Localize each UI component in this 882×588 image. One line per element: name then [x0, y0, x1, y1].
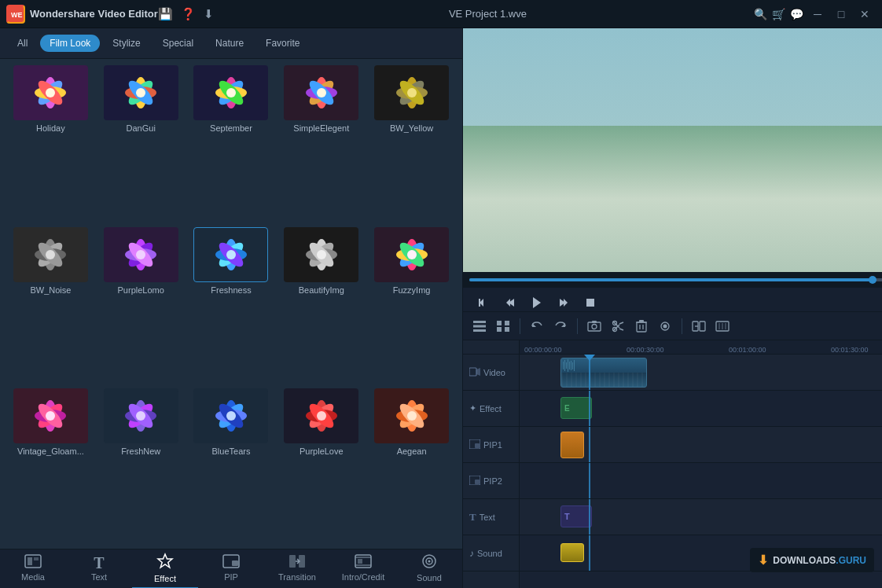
filter-bwnoise-label: BW_Noise [9, 285, 92, 295]
video-clip-1[interactable] [560, 358, 647, 388]
filter-purplelomo[interactable]: PurpleLomo [97, 224, 186, 384]
undo-button[interactable] [527, 316, 547, 336]
tab-favorite[interactable]: Favorite [256, 35, 309, 52]
app-logo: WE Wondershare Video Editor [6, 5, 158, 24]
maximize-button[interactable]: □ [830, 3, 852, 25]
track-labels: Video ✦ Effect PIP1 [463, 340, 520, 588]
svg-point-107 [638, 251, 699, 272]
ruler-mark-0: 00:00:00:00 [523, 346, 625, 354]
redo-button[interactable] [550, 316, 571, 336]
filter-freshness[interactable]: Freshness [187, 224, 276, 384]
snapshot-button[interactable] [584, 316, 605, 336]
filter-freshness-label: Freshness [190, 285, 273, 295]
filter-holiday[interactable]: Holiday [6, 62, 95, 222]
layout-grid-button[interactable] [493, 316, 513, 336]
filter-simpleelegent-label: SimpleElegent [280, 123, 362, 133]
filter-september[interactable]: September [187, 62, 276, 222]
play-button[interactable] [526, 292, 548, 311]
tool-pip[interactable]: PIP [198, 549, 264, 589]
close-button[interactable]: ✕ [854, 3, 876, 25]
svg-rect-86 [358, 559, 362, 564]
svg-point-99 [827, 187, 882, 236]
pip2-track-icon [469, 476, 480, 487]
svg-point-11 [136, 88, 145, 97]
delete-button[interactable] [631, 316, 652, 336]
tool-intro-credit[interactable]: Intro/Credit [330, 549, 396, 589]
tool-media[interactable]: Media [0, 549, 66, 589]
tool-transition-label: Transition [278, 572, 316, 582]
filter-bwnoise[interactable]: BW_Noise [6, 224, 95, 384]
svg-rect-124 [497, 321, 502, 325]
filter-freshnew[interactable]: FreshNew [97, 385, 186, 546]
sound-label: Sound [477, 549, 502, 558]
tracks-body[interactable]: E [520, 355, 882, 588]
effect-clip-1[interactable]: E [560, 397, 592, 419]
tab-all[interactable]: All [8, 35, 37, 52]
svg-point-36 [136, 250, 145, 259]
effect-icon [156, 553, 174, 572]
track-label-pip2: PIP2 [463, 463, 519, 499]
help-icon[interactable]: ❓ [181, 7, 196, 21]
tool-effect[interactable]: Effect [132, 549, 198, 589]
cart-icon[interactable]: 🛒 [772, 8, 785, 20]
filter-vintage-gloam[interactable]: Vintage_Gloam... [6, 385, 95, 546]
left-panel: All Film Look Stylize Special Nature Fav… [0, 28, 463, 588]
pip1-clip-1[interactable] [560, 432, 584, 458]
tab-stylize[interactable]: Stylize [103, 35, 149, 52]
tab-nature[interactable]: Nature [206, 35, 253, 52]
download-icon[interactable]: ⬇ [204, 7, 214, 21]
cut-button[interactable] [608, 316, 628, 336]
transition-icon [288, 554, 306, 571]
time-ruler: 00:00:00:00 00:00:30:00 00:01:00:00 00:0… [520, 340, 882, 355]
svg-rect-148 [475, 480, 480, 484]
svg-marker-115 [564, 299, 568, 307]
filter-beautifyimg[interactable]: BeautifyImg [277, 224, 366, 384]
search-icon[interactable]: 🔍 [754, 8, 767, 20]
pip1-track-icon [469, 439, 480, 450]
split-audio-button[interactable] [712, 316, 733, 336]
record-button[interactable] [655, 316, 675, 336]
svg-point-6 [46, 88, 55, 97]
filter-dangui-label: DanGui [100, 123, 182, 133]
tracks-inner: E [520, 355, 882, 571]
rewind-button[interactable] [472, 292, 494, 311]
svg-point-31 [46, 250, 55, 259]
sound-clip-1[interactable] [560, 543, 584, 562]
progress-thumb [869, 276, 876, 284]
tool-transition[interactable]: Transition [264, 549, 330, 589]
svg-point-61 [136, 411, 145, 421]
filter-bluetears[interactable]: BlueTears [187, 385, 276, 546]
titlebar: WE Wondershare Video Editor 💾 ❓ ⬇ VE Pro… [0, 0, 882, 28]
stop-button[interactable] [579, 292, 601, 311]
save-icon[interactable]: 💾 [158, 7, 173, 21]
svg-rect-130 [588, 322, 601, 331]
layout-list-button[interactable] [469, 316, 490, 336]
filter-grid-container: Holiday [0, 59, 462, 549]
track-label-effect: ✦ Effect [463, 391, 519, 427]
playback-controls [463, 288, 882, 311]
filter-dangui[interactable]: DanGui [97, 62, 186, 222]
prev-frame-button[interactable] [499, 292, 521, 311]
filter-fuzzyimg[interactable]: FuzzyImg [367, 224, 456, 384]
filter-bwyellow[interactable]: BW_Yellow [367, 62, 456, 222]
svg-point-101 [730, 214, 813, 251]
svg-rect-125 [505, 321, 509, 325]
tool-text[interactable]: T Text [66, 549, 132, 589]
svg-rect-132 [592, 321, 597, 323]
text-clip-1[interactable]: T [560, 505, 592, 527]
filter-fuzzyimg-label: FuzzyImg [370, 285, 453, 295]
filter-aegean[interactable]: Aegean [367, 385, 456, 546]
tool-sound[interactable]: Sound [396, 549, 462, 589]
bottom-toolbar: Media T Text Effect [0, 549, 462, 588]
filter-holiday-label: Holiday [9, 123, 92, 133]
chat-icon[interactable]: 💬 [790, 8, 803, 20]
progress-track[interactable] [469, 278, 882, 281]
next-frame-button[interactable] [553, 292, 575, 311]
tab-film-look[interactable]: Film Look [40, 35, 100, 52]
filter-simpleelegent[interactable]: SimpleElegent [277, 62, 366, 222]
tab-special[interactable]: Special [153, 35, 203, 52]
minimize-button[interactable]: ─ [807, 3, 829, 25]
filter-purplelove[interactable]: PurpleLove [277, 385, 366, 546]
detach-audio-button[interactable] [689, 316, 709, 336]
timeline-content: Video ✦ Effect PIP1 [463, 340, 882, 588]
